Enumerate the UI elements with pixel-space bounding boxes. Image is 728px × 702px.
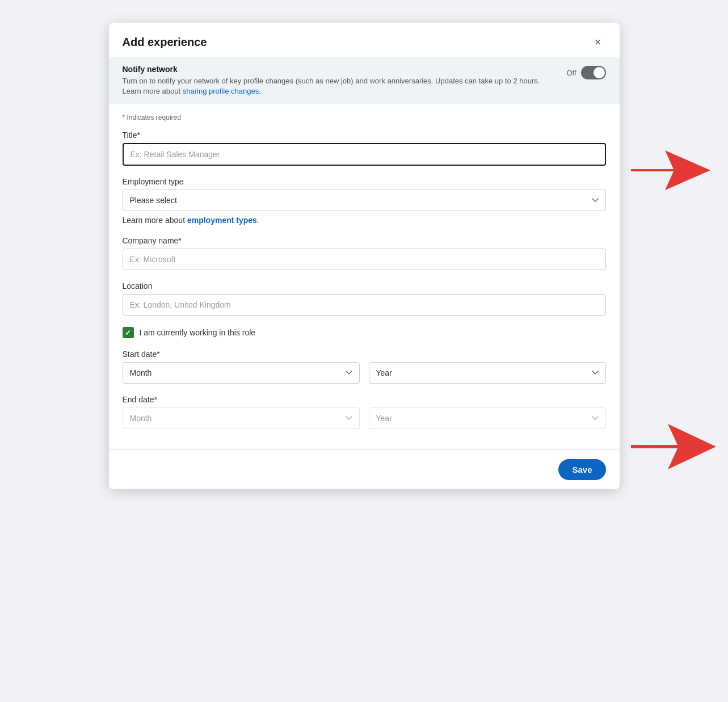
- modal-title: Add experience: [123, 36, 207, 49]
- currently-working-group: I am currently working in this role: [123, 327, 606, 338]
- toggle-thumb: [594, 67, 605, 78]
- company-name-group: Company name*: [123, 236, 606, 270]
- end-month-col: Month: [123, 407, 360, 429]
- start-date-group: Start date* Month January February March…: [123, 350, 606, 384]
- sharing-profile-changes-link[interactable]: sharing profile changes: [183, 87, 259, 95]
- save-button[interactable]: Save: [558, 459, 605, 480]
- notify-title: Notify network: [123, 65, 558, 74]
- end-year-select[interactable]: Year: [369, 407, 606, 429]
- notify-description: Turn on to notify your network of key pr…: [123, 76, 558, 96]
- employment-types-link[interactable]: employment types: [187, 216, 257, 225]
- location-group: Location: [123, 281, 606, 316]
- notify-toggle-container: Off: [566, 65, 605, 79]
- employment-type-select[interactable]: Please select Full-time Part-time Self-e…: [123, 190, 606, 211]
- title-input[interactable]: [123, 143, 606, 166]
- toggle-track: [581, 66, 606, 79]
- start-month-select[interactable]: Month January February March April May J…: [123, 362, 360, 384]
- company-name-label: Company name*: [123, 236, 606, 245]
- start-year-col: Year 2024 2023 2022 2021 2020: [369, 362, 606, 384]
- end-date-group: End date* Month Year: [123, 395, 606, 429]
- currently-working-label: I am currently working in this role: [140, 328, 256, 337]
- currently-working-checkbox[interactable]: [123, 327, 134, 338]
- modal-body: Notify network Turn on to notify your ne…: [109, 57, 620, 449]
- employment-type-label: Employment type: [123, 177, 606, 186]
- title-label: Title*: [123, 131, 606, 140]
- employment-learn-more: Learn more about employment types.: [123, 216, 606, 225]
- end-date-label: End date*: [123, 395, 606, 404]
- modal-header: Add experience ×: [109, 23, 620, 57]
- location-label: Location: [123, 281, 606, 291]
- title-group: Title*: [123, 131, 606, 166]
- location-input[interactable]: [123, 294, 606, 316]
- arrow-title-indicator: [631, 148, 710, 193]
- add-experience-modal: Add experience × Notify network Turn on …: [109, 23, 620, 489]
- end-year-col: Year: [369, 407, 606, 429]
- required-note: * Indicates required: [123, 114, 606, 121]
- start-date-row: Month January February March April May J…: [123, 362, 606, 384]
- toggle-off-label: Off: [566, 69, 576, 77]
- company-name-input[interactable]: [123, 249, 606, 270]
- arrow-save-indicator: [631, 421, 716, 472]
- employment-type-group: Employment type Please select Full-time …: [123, 177, 606, 225]
- start-date-label: Start date*: [123, 350, 606, 359]
- notify-banner: Notify network Turn on to notify your ne…: [109, 57, 620, 104]
- close-button[interactable]: ×: [590, 34, 606, 50]
- start-year-select[interactable]: Year 2024 2023 2022 2021 2020: [369, 362, 606, 384]
- start-month-col: Month January February March April May J…: [123, 362, 360, 384]
- end-month-select[interactable]: Month: [123, 407, 360, 429]
- notify-toggle[interactable]: [581, 66, 606, 79]
- modal-footer: Save: [109, 449, 620, 489]
- end-date-row: Month Year: [123, 407, 606, 429]
- form-section: * Indicates required Title* Employment t…: [109, 104, 620, 449]
- notify-text: Notify network Turn on to notify your ne…: [123, 65, 558, 96]
